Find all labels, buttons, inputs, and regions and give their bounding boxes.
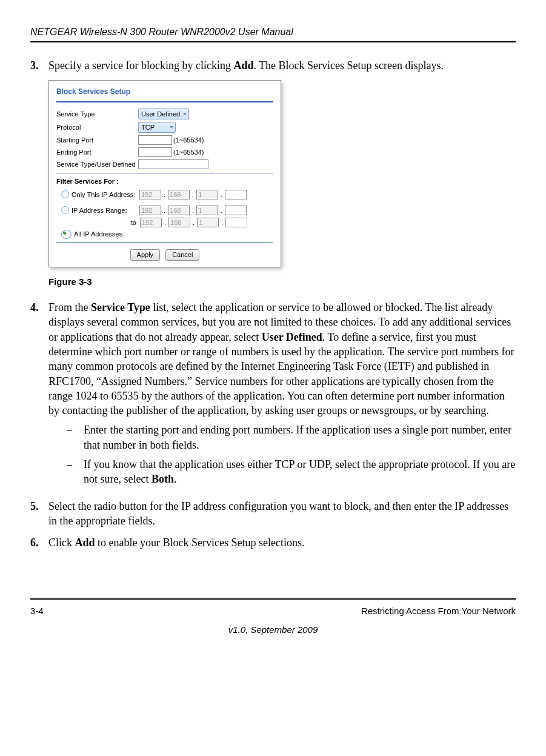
label-only-ip: Only This IP Address: [72, 190, 139, 199]
step-number: 3. [30, 58, 48, 73]
label-service-type: Service Type [56, 110, 138, 119]
text: to enable your Block Services Setup sele… [95, 537, 305, 549]
step-body: Click Add to enable your Block Services … [48, 535, 516, 550]
label-all-ip: All IP Addresses [74, 230, 122, 239]
step-number: 5. [30, 499, 48, 529]
ip-octet-input[interactable]: 192 [139, 206, 161, 215]
bold-text: Service Type [91, 301, 150, 313]
label-ending-port: Ending Port [56, 148, 138, 157]
step-number: 6. [30, 535, 48, 550]
text: Click [48, 537, 75, 549]
divider [56, 101, 273, 102]
ip-octet-input[interactable]: 192 [139, 190, 161, 199]
bold-text: User Defined [262, 331, 322, 343]
footer-version: v1.0, September 2009 [30, 624, 516, 636]
ip-octet-input[interactable] [225, 190, 247, 199]
starting-port-input[interactable] [138, 135, 172, 145]
step-5: 5. Select the radio button for the IP ad… [30, 499, 516, 529]
divider [56, 243, 273, 243]
ip-octet-input[interactable]: 168 [168, 218, 190, 227]
user-defined-input[interactable] [138, 159, 208, 169]
step-body: From the Service Type list, select the a… [48, 300, 516, 492]
sub-bullet: – If you know that the application uses … [67, 457, 516, 487]
text: If you know that the application uses ei… [84, 457, 516, 487]
footer-rule [30, 598, 516, 600]
label-user-defined: Service Type/User Defined [56, 160, 138, 169]
ip-octet-input[interactable]: 1 [196, 206, 218, 215]
ip-octet-input[interactable]: 1 [197, 218, 219, 227]
section-title: Restricting Access From Your Network [361, 605, 516, 617]
ip-octet-input[interactable]: 168 [168, 190, 190, 199]
page-footer: 3-4 Restricting Access From Your Network [30, 605, 516, 617]
figure-title: Block Services Setup [56, 87, 273, 96]
label-to: to [61, 218, 140, 227]
step-3: 3. Specify a service for blocking by cli… [30, 58, 516, 73]
ip-octet-input[interactable] [225, 206, 247, 215]
ip-octet-input[interactable]: 168 [168, 206, 190, 215]
step-body: Specify a service for blocking by clicki… [48, 58, 516, 73]
text: From the [48, 301, 91, 313]
bold-text: Both [151, 473, 174, 485]
figure-caption: Figure 3-3 [48, 276, 516, 288]
text: . The Block Services Setup screen displa… [253, 59, 444, 72]
step-number: 4. [30, 300, 48, 492]
text: Specify a service for blocking by clicki… [48, 59, 233, 72]
radio-only-ip[interactable] [61, 190, 69, 198]
page-header: NETGEAR Wireless-N 300 Router WNR2000v2 … [30, 25, 516, 42]
service-type-select[interactable]: User Defined [138, 109, 189, 119]
text: Enter the starting port and ending port … [84, 423, 516, 452]
ending-port-input[interactable] [138, 147, 172, 157]
ip-octet-input[interactable]: 192 [140, 218, 162, 227]
text: . To define a service, first you must de… [48, 331, 514, 416]
label-ip-range: IP Address Range: [72, 206, 139, 215]
label-protocol: Protocol [56, 123, 138, 132]
dash: – [67, 423, 84, 452]
apply-button[interactable]: Apply [130, 249, 161, 261]
hint: (1~65534) [173, 148, 204, 157]
cancel-button[interactable]: Cancel [165, 249, 199, 261]
filter-services-label: Filter Services For : [56, 177, 273, 186]
divider [56, 173, 273, 173]
ip-octet-input[interactable]: 1 [196, 190, 218, 199]
step-4: 4. From the Service Type list, select th… [30, 300, 516, 492]
radio-ip-range[interactable] [61, 206, 69, 214]
text: If you know that the application uses ei… [84, 458, 515, 485]
bold-text: Add [75, 537, 95, 549]
figure-screenshot: Block Services Setup Service Type User D… [48, 80, 281, 267]
page-number: 3-4 [30, 605, 44, 617]
dash: – [67, 457, 84, 487]
label-starting-port: Starting Port [56, 136, 138, 145]
ip-octet-input[interactable] [225, 218, 247, 227]
step-6: 6. Click Add to enable your Block Servic… [30, 535, 516, 550]
hint: (1~65534) [173, 136, 204, 145]
protocol-select[interactable]: TCP [138, 122, 176, 133]
sub-bullet: – Enter the starting port and ending por… [67, 423, 516, 452]
radio-all-ip[interactable] [61, 230, 72, 239]
text: . [174, 473, 177, 485]
bold-text: Add [233, 59, 253, 72]
step-body: Select the radio button for the IP addre… [48, 499, 516, 529]
